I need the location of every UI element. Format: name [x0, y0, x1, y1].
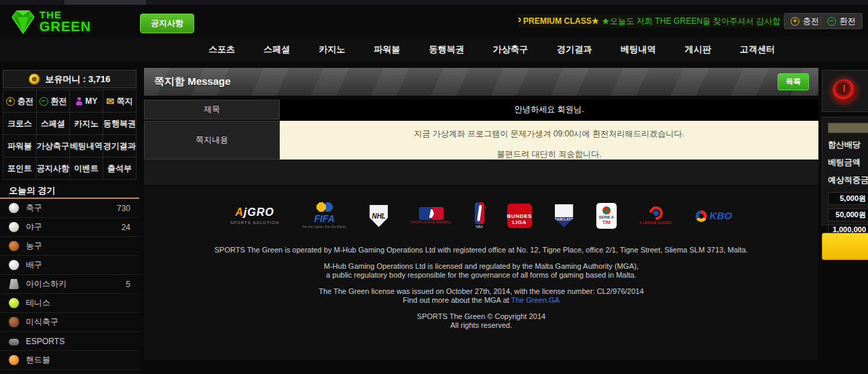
- serie-a-logo: SERIE A TIM: [596, 203, 617, 229]
- nav-casino[interactable]: 카지노: [317, 41, 346, 58]
- quick-my-label: MY: [86, 96, 98, 106]
- nav-special[interactable]: 스페셜: [262, 41, 291, 58]
- tennis-ball-icon: [9, 298, 19, 308]
- kbo-text: KBO: [710, 210, 732, 222]
- page-title-bar: 쪽지함 Message 목록: [144, 68, 818, 96]
- balance-text: 보유머니 : 3,716: [45, 73, 110, 86]
- quick-virtual-soccer[interactable]: 가상축구: [37, 135, 69, 157]
- nav-board[interactable]: 게시판: [683, 41, 712, 58]
- quick-attendance[interactable]: 출석부: [103, 157, 136, 179]
- logo-text: THE GREEN: [39, 10, 91, 33]
- left-sidebar: 보유머니 : 3,716 + 충전 − 환전 MY ✉ 쪽지 크로스 스페셜 카…: [0, 64, 139, 374]
- sport-american-football[interactable]: 미식축구: [0, 313, 139, 332]
- nav-results[interactable]: 경기결과: [556, 41, 594, 58]
- sport-basketball[interactable]: 농구: [0, 237, 139, 256]
- quick-deposit-label: 충전: [18, 96, 34, 107]
- basketball-icon: [9, 241, 19, 251]
- handball-icon: [9, 355, 19, 365]
- notice-button[interactable]: 공지사항: [140, 14, 194, 33]
- quick-powerball[interactable]: 파워볼: [3, 135, 36, 157]
- sport-esports[interactable]: ESPORTS: [0, 332, 139, 351]
- ice-skate-icon: [9, 279, 19, 289]
- odds-input[interactable]: [828, 123, 868, 133]
- nav-customer-center[interactable]: 고객센터: [738, 41, 776, 58]
- content-label: 쪽지내용: [144, 121, 280, 160]
- quick-event[interactable]: 이벤트: [70, 157, 103, 179]
- serie-a-subtext: TIM: [602, 220, 611, 225]
- mga-link[interactable]: The Green.GA: [511, 296, 560, 304]
- mlb-batter-icon: [419, 207, 444, 220]
- sport-soccer[interactable]: 축구 730: [0, 199, 139, 218]
- nhl-logo: NHL: [369, 205, 388, 227]
- amount-button-5000[interactable]: 5,000원: [828, 192, 868, 205]
- sport-name: 테니스: [26, 297, 50, 309]
- nav-virtual-soccer[interactable]: 가상축구: [492, 41, 530, 58]
- rights-line: All rights reserved.: [144, 321, 818, 330]
- alarm-clock-icon: [833, 79, 856, 102]
- site-logo[interactable]: THE GREEN: [10, 7, 91, 35]
- withdraw-button-label: 환전: [839, 16, 856, 27]
- bet-button[interactable]: [822, 233, 868, 260]
- quick-my[interactable]: MY: [70, 90, 103, 112]
- announcement-marquee: ★VIP PREMIUM CLASS★ ★오늘도 저희 THE GREEN을 찾…: [518, 14, 783, 28]
- deposit-button-label: 충전: [803, 16, 819, 27]
- copyright-line: SPORTS The Green © Copyright 2014: [144, 312, 818, 321]
- sport-name: 미식축구: [26, 316, 58, 328]
- withdraw-button[interactable]: − 환전: [820, 13, 863, 29]
- ajgro-text: AjGRO: [235, 206, 274, 219]
- today-games-panel: 오늘의 경기 축구 730 야구 24 농구 배구 아이스하키 5 테: [0, 183, 139, 374]
- sport-name: 핸드볼: [26, 354, 50, 366]
- odds-label: 합산배당: [828, 139, 868, 151]
- quick-withdraw-label: 환전: [51, 96, 67, 107]
- quick-deposit[interactable]: + 충전: [3, 90, 36, 112]
- quick-point[interactable]: 포인트: [3, 157, 36, 179]
- nba-logo: NBA: [475, 202, 484, 229]
- quick-results[interactable]: 경기결과: [103, 135, 136, 157]
- quick-withdraw[interactable]: − 환전: [37, 90, 69, 112]
- sport-volleyball[interactable]: 배구: [0, 256, 139, 275]
- quick-casino[interactable]: 카지노: [70, 113, 103, 134]
- sport-handball[interactable]: 핸드볼: [0, 351, 139, 370]
- k-league-subtext: K LEAGUE CLASSIC: [640, 222, 672, 225]
- baseball-icon: [9, 222, 19, 232]
- mlb-subtext: MAJOR LEAGUE BASEBALL: [411, 221, 452, 225]
- top-strip-tab: [65, 0, 146, 5]
- american-football-icon: [9, 317, 19, 327]
- logo-line1: THE: [39, 10, 91, 20]
- top-strip: [0, 0, 868, 5]
- deposit-button[interactable]: + 충전: [784, 13, 826, 29]
- sport-baseball[interactable]: 야구 24: [0, 218, 139, 237]
- nba-subtext: NBA: [476, 225, 483, 229]
- main-content: 쪽지함 Message 목록 제목 안녕하세요 회원님. 쪽지내용 지금 가상계…: [144, 64, 818, 374]
- quick-message[interactable]: ✉ 쪽지: [103, 90, 136, 112]
- ajgro-subtext: SPORTS SOLUTION: [230, 221, 279, 225]
- sport-count: 24: [122, 223, 130, 232]
- mlb-logo: MAJOR LEAGUE BASEBALL: [411, 207, 452, 225]
- k-league-swoosh-icon: [647, 204, 666, 223]
- nav-sports[interactable]: 스포츠: [207, 41, 236, 58]
- legal-text: SPORTS The Green is operated by M-Hub Ga…: [144, 246, 818, 330]
- sport-tennis[interactable]: 테니스: [0, 294, 139, 313]
- person-icon: [75, 97, 83, 105]
- quick-bet-history[interactable]: 베팅내역: [70, 135, 103, 157]
- message-table: 제목 안녕하세요 회원님. 쪽지내용 지금 가상계좌 프로그램이 문제가생겨 0…: [144, 100, 818, 161]
- gamepad-icon: [9, 339, 19, 345]
- quick-notice[interactable]: 공지사항: [37, 157, 69, 179]
- league-logo-row: AjGRO SPORTS SOLUTION FIFA For the Game.…: [144, 198, 818, 233]
- sport-name: 축구: [26, 202, 42, 214]
- bet-slip-icon-box: [822, 70, 868, 112]
- nav-bet-history[interactable]: 베팅내역: [619, 41, 657, 58]
- quick-special[interactable]: 스페셜: [37, 113, 69, 134]
- nav-lottery[interactable]: 동행복권: [427, 41, 465, 58]
- premier-league-shield-icon: BARCLAYS: [555, 204, 573, 227]
- serie-a-box-icon: SERIE A TIM: [596, 203, 617, 229]
- sport-ice-hockey[interactable]: 아이스하키 5: [0, 275, 139, 294]
- quick-cross[interactable]: 크로스: [3, 113, 36, 134]
- nav-powerball[interactable]: 파워볼: [372, 41, 401, 58]
- list-button[interactable]: 목록: [778, 73, 809, 90]
- bundesliga-subtext: LIGA: [512, 220, 526, 226]
- premier-league-text: BARCLAYS: [554, 219, 573, 222]
- main-nav: 스포츠 스페셜 카지노 파워볼 동행복권 가상축구 경기결과 베팅내역 게시판 …: [0, 37, 868, 62]
- quick-lottery[interactable]: 동행복권: [103, 113, 136, 134]
- amount-button-50000[interactable]: 50,000원: [828, 208, 868, 221]
